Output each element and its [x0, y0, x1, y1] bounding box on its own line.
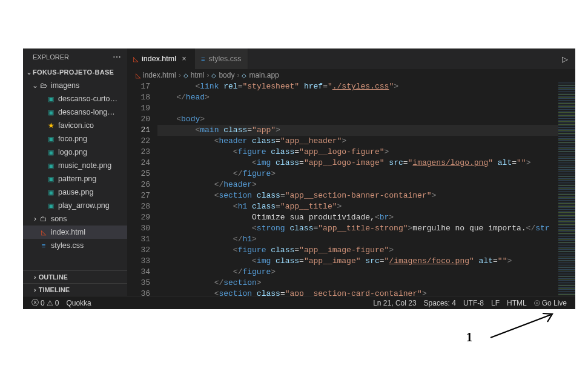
image-icon: ▣ [46, 107, 56, 117]
code-line[interactable]: <strong class="app__title-strong">mergul… [157, 223, 558, 234]
breadcrumb-html[interactable]: ◇html [183, 71, 205, 79]
line-number[interactable]: 19 [127, 103, 150, 114]
tab-actions: ▷ [555, 55, 575, 64]
code-line[interactable]: <link rel="stylesheet" href="./styles.cs… [157, 81, 558, 92]
line-number[interactable]: 23 [127, 147, 150, 158]
line-number[interactable]: 21 [127, 125, 150, 136]
line-number[interactable]: 27 [127, 190, 150, 201]
code-line[interactable]: Otimize sua produtividade,<br> [157, 212, 558, 223]
folder-sons[interactable]: › 🗀 sons [23, 212, 127, 226]
status-cursor[interactable]: Ln 21, Col 23 [369, 299, 420, 307]
image-icon: ▣ [46, 161, 56, 170]
line-number[interactable]: 22 [127, 136, 150, 147]
code-line[interactable]: <header class="app__header"> [157, 136, 558, 147]
explorer-more-icon[interactable]: ⋯ [113, 52, 121, 62]
code-line[interactable]: <img class="app__image" src="/imagens/fo… [157, 256, 558, 267]
line-number[interactable]: 18 [127, 92, 150, 103]
image-icon: ▣ [46, 147, 56, 157]
code-line[interactable]: </head> [157, 92, 558, 103]
html-icon: ◺ [136, 72, 140, 79]
code-line[interactable]: <figure class="app__image-figure"> [157, 245, 558, 256]
line-number[interactable]: 17 [127, 81, 150, 92]
code-line[interactable]: </figure> [157, 169, 558, 179]
css-icon: ≡ [201, 55, 205, 62]
line-number[interactable]: 32 [127, 245, 150, 256]
chevron-right-icon: › [206, 71, 209, 79]
file-label: pattern.png [58, 175, 96, 183]
file-label: descanso-curto… [58, 95, 117, 103]
status-bar: ⓧ0 ⚠0 Quokka Ln 21, Col 23 Spaces: 4 UTF… [23, 296, 575, 309]
file-favicon[interactable]: ★favicon.ico [23, 119, 127, 132]
code-line[interactable]: <main class="app"> [157, 125, 558, 136]
outline-section[interactable]: ›OUTLINE [23, 270, 127, 283]
code-line[interactable]: <h1 class="app__title"> [157, 201, 558, 212]
file-play-arrow[interactable]: ▣play_arrow.png [23, 199, 127, 212]
status-eol[interactable]: LF [487, 299, 503, 307]
line-number[interactable]: 20 [127, 114, 150, 125]
line-number[interactable]: 34 [127, 267, 150, 278]
code-line[interactable]: <figure class="app__logo-figure"> [157, 147, 558, 158]
line-number[interactable]: 36 [127, 289, 150, 296]
code-line[interactable]: <section class="app__section-card-contai… [157, 289, 558, 296]
code-line[interactable]: </header> [157, 179, 558, 190]
chevron-right-icon: › [31, 215, 39, 223]
file-styles-css[interactable]: ≡styles.css [23, 239, 127, 252]
editor-area: ◺ index.html × ≡ styles.css ▷ ◺index.htm… [127, 48, 575, 296]
gutter[interactable]: 1718192021222324252627282930313233343536 [127, 81, 157, 296]
line-number[interactable]: 35 [127, 278, 150, 289]
play-icon[interactable]: ▷ [562, 55, 568, 64]
code-editor[interactable]: 1718192021222324252627282930313233343536… [127, 81, 575, 296]
code-line[interactable]: <img class="app__logo-image" src="imagen… [157, 158, 558, 169]
code-content[interactable]: <link rel="stylesheet" href="./styles.cs… [157, 81, 558, 296]
status-spaces[interactable]: Spaces: 4 [420, 299, 460, 307]
file-foco[interactable]: ▣foco.png [23, 132, 127, 145]
status-go-live[interactable]: ⦾Go Live [530, 299, 570, 307]
line-number[interactable]: 25 [127, 169, 150, 179]
chevron-right-icon: › [34, 286, 36, 293]
chevron-right-icon: › [34, 273, 36, 281]
tab-index-html[interactable]: ◺ index.html × [127, 48, 195, 69]
line-number[interactable]: 33 [127, 256, 150, 267]
project-root[interactable]: ⌄ FOKUS-PROJETO-BASE [23, 65, 127, 79]
code-line[interactable]: </h1> [157, 234, 558, 245]
file-label: logo.png [58, 148, 87, 156]
close-icon[interactable]: × [180, 55, 188, 63]
line-number[interactable]: 29 [127, 212, 150, 223]
crumb-label: body [219, 71, 234, 79]
minimap[interactable] [558, 81, 575, 296]
file-descanso-curto[interactable]: ▣descanso-curto… [23, 92, 127, 105]
folder-imagens[interactable]: ⌄ 🗁 imagens [23, 79, 127, 92]
code-line[interactable] [157, 103, 558, 114]
breadcrumb-main[interactable]: ◇main.app [242, 71, 279, 79]
line-number[interactable]: 30 [127, 223, 150, 234]
code-line[interactable]: <section class="app__section-banner-cont… [157, 190, 558, 201]
file-index-html[interactable]: ◺index.html [23, 226, 127, 239]
line-number[interactable]: 26 [127, 179, 150, 190]
breadcrumb: ◺index.html › ◇html › ◇body › ◇main.app [127, 69, 575, 81]
breadcrumb-file[interactable]: ◺index.html [136, 71, 176, 79]
timeline-section[interactable]: ›TIMELINE [23, 283, 127, 296]
status-problems[interactable]: ⓧ0 ⚠0 [28, 298, 62, 308]
line-number[interactable]: 31 [127, 234, 150, 245]
status-quokka[interactable]: Quokka [62, 299, 94, 307]
file-pattern[interactable]: ▣pattern.png [23, 172, 127, 186]
code-line[interactable]: </section> [157, 278, 558, 289]
status-language[interactable]: HTML [503, 299, 530, 307]
code-line[interactable]: </figure> [157, 267, 558, 278]
file-logo[interactable]: ▣logo.png [23, 145, 127, 159]
image-icon: ▣ [46, 201, 56, 210]
svg-line-0 [491, 315, 551, 338]
folder-icon: 🗀 [39, 214, 48, 224]
image-icon: ▣ [46, 187, 56, 197]
go-live-label: Go Live [542, 299, 567, 307]
code-line[interactable]: <body> [157, 114, 558, 125]
tab-styles-css[interactable]: ≡ styles.css [195, 48, 248, 69]
file-pause[interactable]: ▣pause.png [23, 186, 127, 199]
file-descanso-long[interactable]: ▣descanso-long… [23, 105, 127, 119]
breadcrumb-body[interactable]: ◇body [211, 71, 234, 79]
status-encoding[interactable]: UTF-8 [460, 299, 487, 307]
line-number[interactable]: 24 [127, 158, 150, 169]
line-number[interactable]: 28 [127, 201, 150, 212]
file-music-note[interactable]: ▣music_note.png [23, 159, 127, 172]
annotation-number: 1 [466, 330, 472, 344]
